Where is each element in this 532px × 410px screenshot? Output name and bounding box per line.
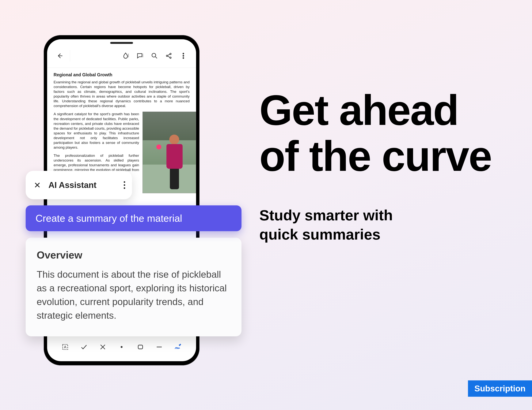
text-select-icon: A: [61, 343, 69, 351]
back-button[interactable]: [54, 50, 66, 62]
more-button[interactable]: [177, 50, 190, 62]
svg-point-5: [183, 55, 184, 56]
cross-tool[interactable]: [97, 341, 108, 353]
fill-sign-toolbar: A: [47, 337, 196, 361]
subscription-badge: Subscription: [468, 380, 532, 397]
headline: Get ahead of the curve: [259, 87, 506, 179]
line-icon: [155, 343, 163, 351]
back-arrow-icon: [56, 52, 64, 60]
doc-para1: Examining the regional and global growth…: [54, 80, 190, 108]
checkmark-tool[interactable]: [78, 341, 90, 353]
subtext-line2: quick summaries: [259, 226, 380, 243]
svg-point-4: [183, 53, 184, 54]
search-button[interactable]: [148, 50, 161, 62]
app-bar: [47, 44, 196, 68]
svg-text:A: A: [64, 345, 67, 349]
svg-rect-10: [138, 345, 142, 349]
svg-point-1: [166, 55, 168, 56]
headline-line2: of the curve: [259, 132, 492, 180]
ai-assistant-more-button[interactable]: [124, 181, 125, 189]
liquid-mode-button[interactable]: [119, 50, 132, 62]
doc-image-pickleball: [142, 112, 196, 193]
line-tool[interactable]: [153, 341, 165, 353]
ai-prompt-text: Create a summary of the material: [36, 213, 182, 224]
signature-icon: [174, 343, 182, 351]
cross-icon: [99, 343, 107, 351]
dot-icon: [118, 343, 125, 351]
subheadline: Study smarter with quick summaries: [259, 206, 506, 244]
svg-point-6: [183, 57, 184, 58]
svg-point-3: [170, 57, 171, 58]
ai-assistant-title: AI Assistant: [48, 180, 117, 190]
more-vertical-icon: [124, 181, 125, 183]
overview-body: This document is about the rise of pickl…: [37, 268, 230, 322]
rect-icon: [137, 343, 144, 351]
comment-icon: [136, 52, 144, 60]
checkmark-icon: [80, 343, 88, 351]
search-icon: [151, 52, 158, 60]
droplet-icon: [122, 52, 129, 60]
appbar-divider: [70, 50, 70, 62]
close-icon: ✕: [34, 181, 41, 190]
share-button[interactable]: [163, 50, 175, 62]
share-icon: [165, 52, 173, 60]
rect-tool[interactable]: [135, 341, 146, 353]
more-vertical-icon: [180, 52, 187, 60]
subtext-line1: Study smarter with: [259, 207, 393, 224]
svg-point-0: [152, 53, 156, 57]
overview-card: Overview This document is about the rise…: [26, 238, 241, 336]
ai-assistant-pill: ✕ AI Assistant: [26, 171, 132, 199]
svg-point-9: [121, 346, 123, 348]
svg-point-2: [170, 53, 171, 55]
doc-para2: A significant catalyst for the sport's g…: [54, 112, 139, 150]
comment-button[interactable]: [134, 50, 146, 62]
marketing-block: Get ahead of the curve Study smarter wit…: [259, 87, 506, 244]
text-select-tool[interactable]: A: [59, 341, 71, 353]
ai-prompt-chip[interactable]: Create a summary of the material: [26, 205, 241, 231]
headline-line1: Get ahead: [259, 86, 458, 134]
doc-heading: Regional and Global Growth: [54, 72, 190, 77]
overview-title: Overview: [37, 249, 230, 261]
signature-tool[interactable]: [172, 341, 183, 353]
close-ai-assistant-button[interactable]: ✕: [32, 180, 42, 190]
dot-tool[interactable]: [116, 341, 127, 353]
